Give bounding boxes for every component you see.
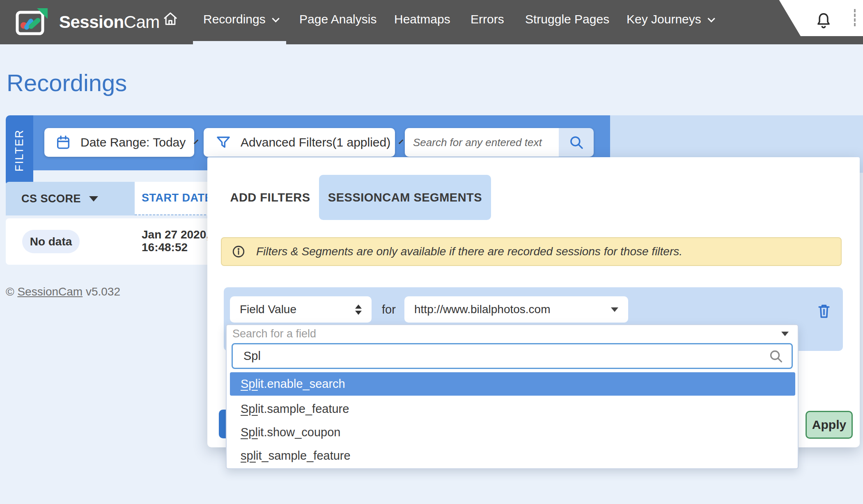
advanced-filters-button[interactable]: Advanced Filters(1 applied) bbox=[204, 128, 395, 157]
nav-item-recordings[interactable]: Recordings bbox=[203, 12, 278, 26]
chevron-down-icon bbox=[272, 15, 279, 22]
chevron-down-icon bbox=[707, 15, 715, 22]
dropdown-arrow-icon bbox=[781, 332, 789, 336]
nav-item-heatmaps[interactable]: Heatmaps bbox=[394, 12, 450, 26]
session-search-input[interactable] bbox=[405, 128, 559, 157]
field-type-select[interactable]: Field Value bbox=[230, 296, 372, 323]
field-search-input[interactable] bbox=[243, 349, 768, 363]
home-icon[interactable] bbox=[162, 11, 179, 27]
field-search-box bbox=[232, 343, 793, 369]
sessioncam-logo-icon bbox=[16, 7, 53, 37]
field-option[interactable]: Split.sample_feature bbox=[230, 397, 795, 421]
nav-item-struggle-pages[interactable]: Struggle Pages bbox=[525, 12, 609, 26]
search-icon bbox=[568, 134, 585, 151]
field-option[interactable]: Split.enable_search bbox=[230, 372, 795, 396]
field-dropdown-panel: Search for a field Split.enable_search S… bbox=[226, 324, 799, 469]
info-banner: Filters & Segments are only available if… bbox=[221, 237, 842, 266]
nav-active-indicator bbox=[193, 41, 286, 44]
delete-filter-button[interactable] bbox=[815, 302, 833, 320]
start-date-cell: Jan 27 2020, 16:48:52 bbox=[142, 228, 209, 254]
overflow-menu-icon[interactable] bbox=[854, 9, 856, 26]
dropdown-arrow-icon bbox=[611, 307, 618, 312]
apply-button[interactable]: Apply bbox=[806, 411, 853, 439]
sort-desc-icon bbox=[89, 196, 98, 202]
info-icon bbox=[232, 245, 246, 259]
search-icon bbox=[768, 348, 784, 364]
tab-add-filters[interactable]: ADD FILTERS bbox=[223, 175, 317, 220]
nav-item-key-journeys[interactable]: Key Journeys bbox=[627, 12, 713, 26]
nav-corner-cutout bbox=[753, 0, 863, 36]
page-title: Recordings bbox=[7, 69, 127, 96]
for-label: for bbox=[382, 303, 396, 316]
funnel-icon bbox=[215, 134, 232, 151]
field-select-collapsed[interactable]: Search for a field bbox=[227, 325, 798, 342]
site-select[interactable]: http://www.bilalphotos.com bbox=[404, 296, 628, 323]
notifications-bell-icon[interactable] bbox=[815, 11, 833, 31]
tab-sessioncam-segments[interactable]: SESSIONCAM SEGMENTS bbox=[319, 175, 491, 220]
filter-side-tab[interactable]: FILTER bbox=[6, 115, 33, 186]
top-nav: SessionCam Recordings Page Analysis Heat… bbox=[0, 0, 863, 44]
select-spinner-icon bbox=[355, 305, 362, 315]
app-canvas: SessionCam Recordings Page Analysis Heat… bbox=[0, 0, 863, 504]
brand-logo[interactable]: SessionCam bbox=[16, 7, 160, 37]
calendar-icon bbox=[55, 134, 71, 151]
footer-version: © SessionCam v5.032 bbox=[6, 285, 120, 298]
field-option[interactable]: split_sample_feature bbox=[230, 444, 795, 467]
column-header-start-date[interactable]: START DATE bbox=[135, 182, 213, 215]
nav-item-page-analysis[interactable]: Page Analysis bbox=[299, 12, 376, 26]
brand-name: SessionCam bbox=[59, 12, 160, 32]
session-search bbox=[405, 128, 594, 157]
date-range-button[interactable]: Date Range: Today bbox=[44, 128, 194, 157]
cs-score-badge: No data bbox=[22, 230, 80, 253]
column-header-cs-score[interactable]: CS SCORE bbox=[6, 182, 135, 215]
table-row[interactable]: No data Jan 27 2020, 16:48:52 bbox=[6, 218, 213, 265]
sessioncam-link[interactable]: SessionCam bbox=[17, 285, 83, 298]
nav-item-errors[interactable]: Errors bbox=[471, 12, 504, 26]
field-option[interactable]: Split.show_coupon bbox=[230, 421, 795, 444]
search-button[interactable] bbox=[559, 128, 594, 157]
